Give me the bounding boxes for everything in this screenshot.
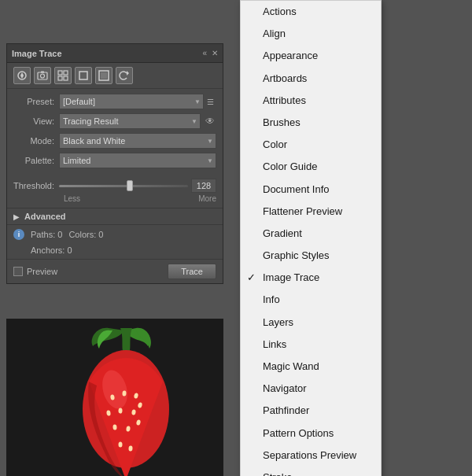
trace-button[interactable]: Trace <box>168 264 216 279</box>
square-view-btn[interactable] <box>75 67 92 84</box>
palette-select-wrapper: Limited <box>59 153 216 168</box>
svg-marker-11 <box>127 71 129 76</box>
menu-item-flattener-preview[interactable]: Flattener Preview <box>241 201 381 223</box>
svg-rect-1 <box>38 72 47 79</box>
preset-select-wrapper: [Default] <box>59 94 204 109</box>
menu-item-color-guide[interactable]: Color Guide <box>241 156 381 178</box>
threshold-section: Threshold: Less More <box>7 177 223 208</box>
mode-label: Mode: <box>13 136 59 146</box>
collapse-icon[interactable]: « <box>202 49 207 57</box>
mode-select-wrapper: Black and White <box>59 133 216 149</box>
advanced-row[interactable]: ▶ Advanced <box>7 208 223 225</box>
menu-item-magic-wand[interactable]: Magic Wand <box>241 356 381 378</box>
info-icon: i <box>13 229 24 240</box>
slider-hints: Less More <box>13 194 216 203</box>
menu-item-navigator[interactable]: Navigator <box>241 378 381 400</box>
border-view-btn[interactable] <box>95 67 112 84</box>
preset-row: Preset: [Default] ☰ <box>13 94 216 109</box>
preview-checkbox-row: Preview <box>13 267 57 276</box>
menu-item-links[interactable]: Links <box>241 334 381 356</box>
svg-rect-7 <box>64 76 68 80</box>
colors-stat: Colors: 0 <box>68 230 103 239</box>
mode-select[interactable]: Black and White <box>59 133 216 149</box>
menu-item-gradient[interactable]: Gradient <box>241 223 381 245</box>
palette-label: Palette: <box>13 156 59 165</box>
photo-btn[interactable] <box>34 67 51 84</box>
preview-checkbox[interactable] <box>13 267 23 276</box>
menu-item-appearance[interactable]: Appearance <box>241 45 381 67</box>
stats-row: i Paths: 0 Colors: 0 <box>7 225 223 244</box>
anchors-stat: Anchors: 0 <box>31 245 72 255</box>
menu-item-graphic-styles[interactable]: Graphic Styles <box>241 245 381 267</box>
menu-item-document-info[interactable]: Document Info <box>241 179 381 201</box>
preset-select[interactable]: [Default] <box>59 94 204 109</box>
menu-item-artboards[interactable]: Artboards <box>241 68 381 90</box>
threshold-value-input[interactable] <box>191 179 216 193</box>
svg-rect-3 <box>41 72 44 73</box>
threshold-label: Threshold: <box>13 181 59 190</box>
panel-titlebar: Image Trace « ✕ <box>7 44 223 63</box>
preset-label: Preset: <box>13 97 59 106</box>
threshold-slider[interactable] <box>59 179 188 192</box>
menu-item-align[interactable]: Align <box>241 23 381 45</box>
view-select-wrapper: Tracing Result <box>59 113 201 129</box>
advanced-arrow-icon: ▶ <box>13 212 20 221</box>
menu-item-brushes[interactable]: Brushes <box>241 112 381 134</box>
slider-less-label: Less <box>64 194 80 203</box>
advanced-label: Advanced <box>24 212 66 221</box>
slider-thumb <box>127 180 133 191</box>
svg-point-25 <box>119 442 123 448</box>
paths-stat: Paths: 0 <box>31 230 62 239</box>
view-label: View: <box>13 116 59 126</box>
menu-item-pathfinder[interactable]: Pathfinder <box>241 400 381 422</box>
image-trace-panel: Image Trace « ✕ Preset: <box>6 43 223 284</box>
menu-item-attributes[interactable]: Attributes <box>241 90 381 112</box>
close-icon[interactable]: ✕ <box>212 49 218 57</box>
panel-title: Image Trace <box>12 49 62 58</box>
menu-item-info[interactable]: Info <box>241 289 381 311</box>
menu-item-image-trace[interactable]: Image Trace <box>241 267 381 289</box>
svg-rect-10 <box>101 72 107 79</box>
menu-item-color[interactable]: Color <box>241 134 381 156</box>
menu-item-layers[interactable]: Layers <box>241 312 381 334</box>
svg-rect-6 <box>58 76 62 80</box>
slider-track <box>59 185 188 187</box>
menu-item-actions[interactable]: Actions <box>241 1 381 23</box>
svg-point-2 <box>41 74 45 78</box>
view-select[interactable]: Tracing Result <box>59 113 201 129</box>
threshold-row: Threshold: <box>13 179 216 193</box>
anchors-row: Anchors: 0 <box>7 244 223 259</box>
preview-label: Preview <box>27 267 57 276</box>
bottom-row: Preview Trace <box>7 259 223 283</box>
reset-btn[interactable] <box>116 67 133 84</box>
svg-rect-5 <box>64 71 68 75</box>
window-menu: ActionsAlignAppearanceArtboardsAttribute… <box>240 0 382 476</box>
menu-item-separations-preview[interactable]: Separations Preview <box>241 445 381 467</box>
palette-row: Palette: Limited <box>13 153 216 168</box>
auto-color-btn[interactable] <box>13 67 31 84</box>
palette-select[interactable]: Limited <box>59 153 216 168</box>
svg-rect-8 <box>79 72 87 79</box>
panel-title-icons: « ✕ <box>202 49 218 57</box>
svg-rect-4 <box>58 71 62 75</box>
preset-menu-icon[interactable]: ☰ <box>204 95 216 108</box>
mode-row: Mode: Black and White <box>13 133 216 149</box>
toolbar-row <box>7 63 223 89</box>
menu-item-pattern-options[interactable]: Pattern Options <box>241 422 381 445</box>
view-row: View: Tracing Result 👁 <box>13 113 216 129</box>
grid-view-btn[interactable] <box>54 67 72 84</box>
view-eye-icon[interactable]: 👁 <box>204 115 216 127</box>
menu-item-stroke[interactable]: Stroke <box>241 467 381 476</box>
strawberry-image-area <box>6 319 223 476</box>
slider-more-label: More <box>198 194 216 203</box>
form-section: Preset: [Default] ☰ View: Tracing Result… <box>7 89 223 177</box>
